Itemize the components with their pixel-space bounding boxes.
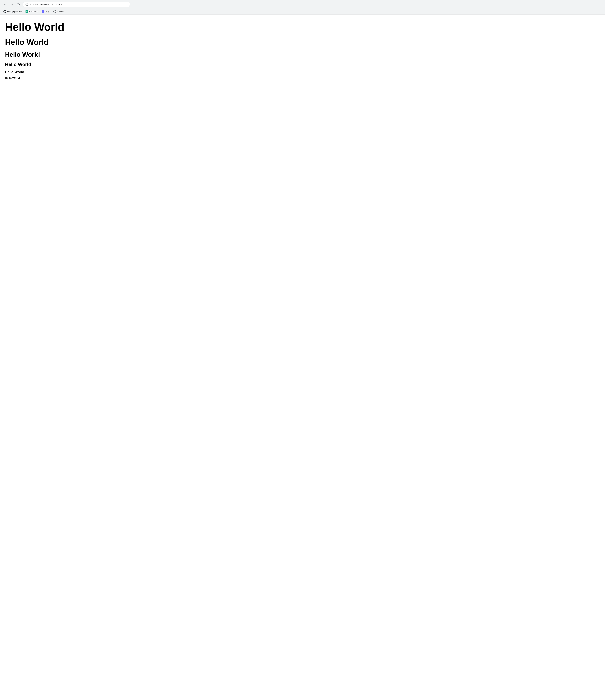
- heading-1: Hello World: [5, 21, 600, 33]
- ruten-icon: i: [42, 10, 45, 13]
- svg-text:i: i: [27, 4, 27, 5]
- browser-chrome: ← → ↻ i 127.0.0.1:5500/ch01/ex01.html co…: [0, 0, 605, 15]
- bookmark-ruten-label: 뤼튼: [45, 10, 49, 13]
- heading-6: Hello World: [5, 77, 600, 80]
- bookmark-ruten[interactable]: i 뤼튼: [40, 9, 51, 14]
- bookmark-chatgpt-label: ChatGPT: [29, 10, 38, 13]
- bookmark-untitled[interactable]: ◑ Untitled: [52, 9, 66, 14]
- nav-bar: ← → ↻ i 127.0.0.1:5500/ch01/ex01.html: [0, 0, 605, 9]
- heading-3: Hello World: [5, 51, 600, 58]
- reload-button[interactable]: ↻: [17, 2, 21, 7]
- chatgpt-icon: ✦: [26, 10, 28, 13]
- bookmarks-bar: codingspecialist ✦ ChatGPT i 뤼튼 ◑ Untitl…: [0, 9, 605, 15]
- heading-5: Hello World: [5, 70, 600, 74]
- untitled-icon: ◑: [53, 10, 56, 13]
- github-icon: [3, 10, 6, 13]
- heading-2: Hello World: [5, 38, 600, 47]
- address-bar[interactable]: i 127.0.0.1:5500/ch01/ex01.html: [23, 2, 130, 7]
- heading-4: Hello World: [5, 62, 600, 67]
- bookmark-untitled-label: Untitled: [57, 10, 64, 13]
- address-text: 127.0.0.1:5500/ch01/ex01.html: [30, 3, 127, 6]
- back-button[interactable]: ←: [2, 2, 7, 7]
- bookmark-chatgpt[interactable]: ✦ ChatGPT: [24, 9, 40, 14]
- forward-button[interactable]: →: [9, 2, 15, 7]
- bookmark-codingspecialist-label: codingspecialist: [7, 10, 22, 13]
- security-icon: i: [26, 3, 28, 6]
- page-content: Hello World Hello World Hello World Hell…: [0, 15, 605, 86]
- bookmark-codingspecialist[interactable]: codingspecialist: [2, 9, 23, 14]
